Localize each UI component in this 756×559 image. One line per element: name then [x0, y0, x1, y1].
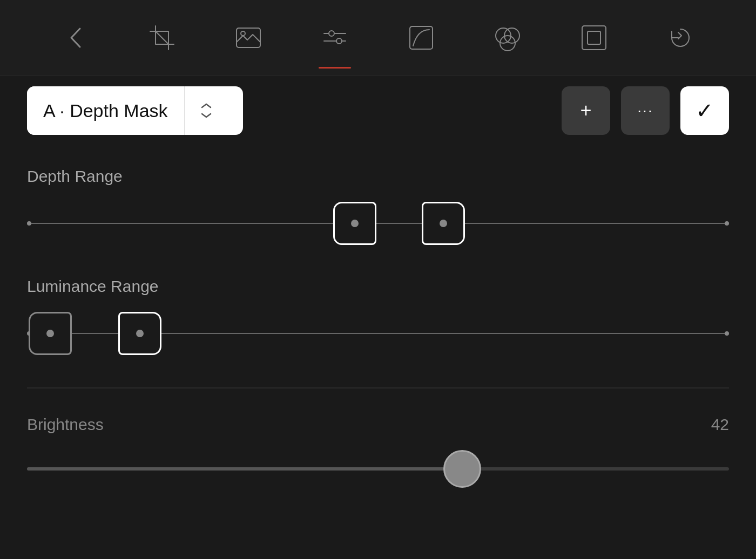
lum-handle-right-dot: [136, 330, 144, 337]
svg-rect-11: [582, 26, 606, 50]
confirm-button[interactable]: ✓: [680, 86, 729, 135]
mask-selector[interactable]: A · Depth Mask: [27, 86, 243, 135]
depth-track-dot-right: [725, 221, 729, 226]
luminance-range-slider[interactable]: [27, 312, 729, 355]
image-icon[interactable]: [230, 19, 267, 57]
depth-track-dot-left: [27, 221, 31, 226]
svg-point-5: [329, 31, 334, 36]
section-divider: [27, 387, 729, 388]
svg-point-6: [336, 38, 342, 44]
history-icon[interactable]: [662, 19, 699, 57]
adjustments-icon[interactable]: [316, 19, 354, 57]
lum-track-dot-right: [725, 331, 729, 336]
back-icon[interactable]: [57, 19, 94, 57]
svg-rect-12: [588, 31, 600, 44]
mask-row: A · Depth Mask + ··· ✓: [0, 76, 756, 146]
depth-range-label: Depth Range: [27, 167, 729, 186]
depth-handle-left[interactable]: [333, 202, 376, 245]
toolbar: [0, 0, 756, 76]
brightness-label: Brightness: [27, 415, 104, 434]
more-options-button[interactable]: ···: [621, 86, 670, 135]
svg-line-0: [156, 31, 168, 44]
brightness-section: Brightness 42: [27, 410, 729, 488]
luminance-range-section: Luminance Range: [27, 277, 729, 355]
depth-range-slider[interactable]: [27, 202, 729, 245]
lum-handle-left-dot: [46, 330, 54, 337]
depth-handle-right-dot: [440, 220, 447, 227]
depth-range-track: [27, 223, 729, 224]
brightness-filled: [27, 467, 462, 471]
brightness-value: 42: [711, 415, 729, 434]
luminance-handle-right[interactable]: [118, 312, 161, 355]
add-mask-button[interactable]: +: [562, 86, 610, 135]
mask-chevron-button[interactable]: [185, 86, 228, 135]
vignette-icon[interactable]: [575, 19, 613, 57]
brightness-handle[interactable]: [443, 450, 481, 488]
luminance-range-label: Luminance Range: [27, 277, 729, 296]
svg-point-2: [241, 31, 245, 36]
brightness-track: [27, 467, 729, 471]
luminance-handle-left[interactable]: [29, 312, 72, 355]
depth-range-section: Depth Range: [27, 167, 729, 245]
curves-icon[interactable]: [402, 19, 440, 57]
depth-handle-left-dot: [351, 220, 359, 227]
crop-icon[interactable]: [143, 19, 181, 57]
depth-handle-right[interactable]: [422, 202, 465, 245]
main-content: Depth Range Luminance Range: [0, 146, 756, 509]
brightness-slider[interactable]: [27, 450, 729, 488]
brightness-header: Brightness 42: [27, 415, 729, 434]
color-mix-icon[interactable]: [489, 19, 526, 57]
mask-label: A · Depth Mask: [27, 86, 185, 135]
